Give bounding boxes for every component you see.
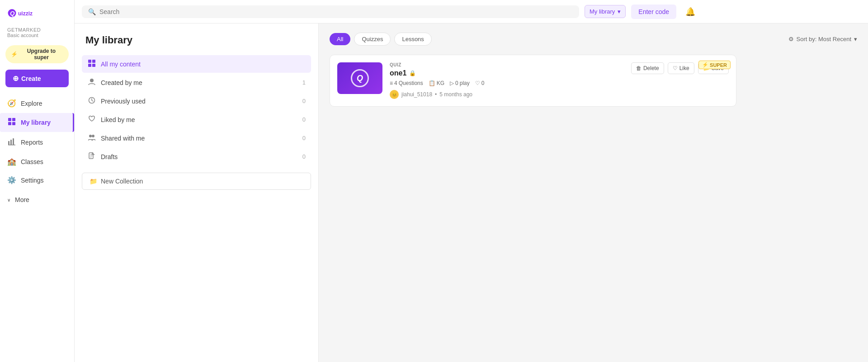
author-avatar: 😊 [390,90,399,99]
tab-lessons-label: Lessons [402,36,424,42]
shared-with-me-icon [87,134,96,142]
delete-button[interactable]: 🗑 Delete [631,62,664,74]
create-label: Create [21,75,41,82]
sort-label: Sort by: Most Recent [797,36,851,42]
svg-rect-11 [88,60,91,63]
quiz-type-badge: QUIZ [390,62,624,67]
chevron-down-icon: ▾ [618,8,621,15]
grade-value: KG [437,80,444,86]
tab-lessons[interactable]: Lessons [394,33,431,46]
sidebar-item-settings[interactable]: ⚙️ Settings [0,171,74,189]
notifications-button[interactable]: 🔔 [682,5,699,19]
super-lightning-icon: ⚡ [702,62,708,68]
filter-settings-icon: ⚙ [788,36,794,42]
explore-icon: 🧭 [7,99,16,108]
main-content: 🔍 My library ▾ Enter code 🔔 My library [75,0,868,362]
library-item-liked-by-me[interactable]: Liked by me 0 [82,111,311,128]
sidebar-item-classes[interactable]: 🏫 Classes [0,153,74,170]
svg-rect-5 [8,122,11,125]
questions-icon: ≡ [390,80,393,86]
previously-used-icon [87,97,96,105]
quiz-thumb-q-icon: Q [351,69,369,87]
quiz-meta: ≡ 4 Questions 📋 KG ▷ 0 play [390,80,624,86]
svg-rect-8 [10,140,12,145]
svg-rect-9 [13,138,14,145]
svg-rect-3 [8,118,11,121]
user-info: GETMARKED Basic account [0,25,74,42]
enter-code-button[interactable]: Enter code [631,5,676,19]
sidebar-item-label-settings: Settings [21,177,44,184]
sidebar-item-reports[interactable]: Reports [0,133,74,152]
quiz-info: QUIZ one1 🔒 ≡ 4 Questions 📋 KG [390,62,624,99]
sidebar-nav: 🧭 Explore My library [0,94,74,208]
chevron-down-icon: ∨ [7,197,10,202]
library-selector-label: My library [590,8,615,15]
left-panel-title: My library [82,34,311,46]
svg-rect-6 [12,122,15,125]
logo: Q uizziz [0,0,74,25]
questions-label: Questions [399,80,423,86]
search-input[interactable] [99,8,573,15]
drafts-label: Drafts [101,153,298,160]
svg-rect-7 [8,141,9,145]
drafts-count: 0 [302,153,306,160]
svg-rect-13 [88,64,91,67]
grade-item: 📋 KG [429,80,444,86]
library-item-drafts[interactable]: Drafts 0 [82,148,311,165]
author-avatar-icon: 😊 [392,92,397,97]
plus-circle-icon: ⊕ [13,74,19,83]
author-name: jiahui_51018 [401,91,432,98]
sidebar-more[interactable]: ∨ More [0,192,74,208]
sidebar-item-label-classes: Classes [21,158,43,165]
previously-used-count: 0 [302,98,306,104]
sidebar: Q uizziz GETMARKED Basic account ⚡ Upgra… [0,0,75,362]
library-selector[interactable]: My library ▾ [585,5,626,18]
likes-item: ♡ 0 [475,80,485,86]
search-box[interactable]: 🔍 [82,5,579,18]
settings-icon: ⚙️ [7,176,16,184]
sort-selector[interactable]: ⚙ Sort by: Most Recent ▾ [788,36,857,42]
like-button[interactable]: ♡ Like [668,62,694,74]
sidebar-item-explore[interactable]: 🧭 Explore [0,94,74,112]
upgrade-button[interactable]: ⚡ Upgrade to super [5,45,69,63]
library-item-previously-used[interactable]: Previously used 0 [82,92,311,110]
delete-label: Delete [643,65,659,71]
tab-quizzes[interactable]: Quizzes [354,33,391,46]
create-button[interactable]: ⊕ Create [5,70,69,87]
new-collection-button[interactable]: 📁 New Collection [82,173,311,190]
heart-action-icon: ♡ [673,65,678,71]
svg-point-15 [90,79,94,82]
quiz-title: one1 [390,69,406,77]
svg-rect-4 [12,118,15,121]
sidebar-item-label-reports: Reports [21,139,43,146]
svg-point-17 [89,135,92,137]
filter-tabs: All Quizzes Lessons ⚙ Sort by: Most Rece… [330,33,857,46]
left-panel: My library All my content [75,24,319,362]
library-icon [7,118,16,127]
all-content-label: All my content [101,61,301,68]
more-label: More [15,196,29,203]
svg-point-18 [92,135,94,137]
author-separator: • [435,91,437,98]
play-icon: ▷ [450,80,454,86]
sidebar-item-label-explore: Explore [21,100,42,107]
like-label: Like [679,65,689,71]
lock-icon: 🔒 [409,70,416,76]
quiz-thumbnail: Q [337,62,382,94]
likes-count: 0 [481,80,485,86]
library-item-all-content[interactable]: All my content [82,55,311,73]
quiz-title-row: one1 🔒 [390,69,624,77]
bell-icon: 🔔 [685,7,695,16]
liked-by-me-icon [87,115,96,124]
chevron-down-icon: ▾ [854,36,857,42]
sidebar-item-my-library[interactable]: My library [0,113,74,132]
library-item-created-by-me[interactable]: Created by me 1 [82,74,311,91]
tab-all[interactable]: All [330,33,350,45]
svg-rect-12 [92,60,95,63]
quizziz-logo: Q uizziz [7,6,48,20]
liked-by-me-label: Liked by me [101,116,298,123]
all-content-icon [87,60,96,68]
library-item-shared-with-me[interactable]: Shared with me 0 [82,129,311,147]
grade-icon: 📋 [429,80,435,86]
quiz-timestamp: 5 months ago [439,91,472,98]
